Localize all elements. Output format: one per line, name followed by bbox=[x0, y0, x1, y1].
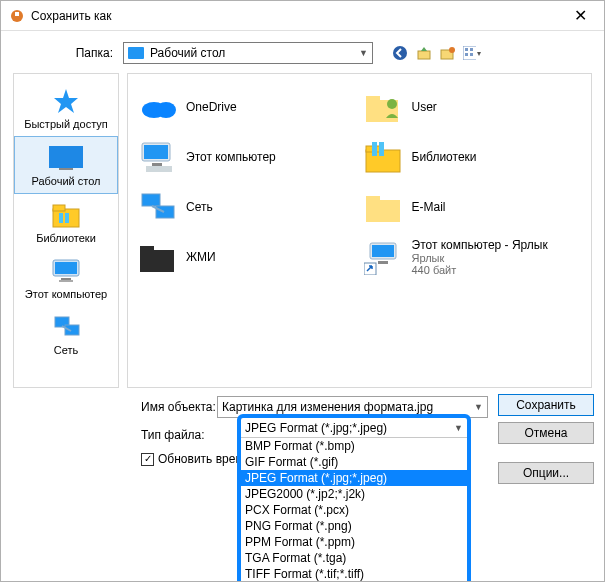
filetype-option[interactable]: TIFF Format (*.tif;*.tiff) bbox=[241, 566, 467, 582]
filetype-option[interactable]: TGA Format (*.tga) bbox=[241, 550, 467, 566]
place-libraries[interactable]: Библиотеки bbox=[14, 194, 118, 250]
item-shortcut[interactable]: Этот компьютер - Ярлык Ярлык 440 байт bbox=[360, 232, 586, 282]
cloud-icon bbox=[136, 85, 180, 129]
places-bar: Быстрый доступ Рабочий стол Библиотеки Э… bbox=[13, 73, 119, 388]
svg-rect-36 bbox=[372, 142, 377, 156]
svg-rect-19 bbox=[55, 262, 77, 274]
svg-rect-3 bbox=[418, 51, 430, 59]
item-zhmi[interactable]: ЖМИ bbox=[134, 232, 360, 282]
libraries-folder-icon bbox=[362, 135, 406, 179]
view-icon[interactable]: ▾ bbox=[463, 44, 481, 62]
svg-rect-37 bbox=[379, 142, 384, 156]
svg-point-2 bbox=[393, 46, 407, 60]
filetype-option[interactable]: PNG Format (*.png) bbox=[241, 518, 467, 534]
svg-rect-15 bbox=[53, 205, 65, 211]
filetype-label: Тип файла: bbox=[11, 428, 217, 442]
libraries-icon bbox=[16, 200, 116, 230]
chevron-down-icon: ▼ bbox=[454, 423, 463, 433]
desktop-icon bbox=[17, 143, 115, 173]
item-onedrive[interactable]: OneDrive bbox=[134, 82, 360, 132]
star-icon bbox=[16, 86, 116, 116]
svg-rect-8 bbox=[470, 48, 473, 51]
item-this-pc[interactable]: Этот компьютер bbox=[134, 132, 360, 182]
place-network[interactable]: Сеть bbox=[14, 306, 118, 362]
folder-combo[interactable]: Рабочий стол ▼ bbox=[123, 42, 373, 64]
svg-rect-7 bbox=[465, 48, 468, 51]
svg-rect-16 bbox=[59, 213, 63, 223]
svg-rect-38 bbox=[142, 194, 160, 206]
toolbar-icons: ▾ bbox=[391, 44, 481, 62]
filetype-dropdown[interactable]: JPEG Format (*.jpg;*.jpeg) ▼ BMP Format … bbox=[237, 414, 471, 582]
svg-rect-43 bbox=[140, 250, 174, 272]
place-quick-access[interactable]: Быстрый доступ bbox=[14, 80, 118, 136]
app-icon bbox=[9, 8, 25, 24]
svg-rect-6 bbox=[463, 46, 476, 60]
place-this-pc[interactable]: Этот компьютер bbox=[14, 250, 118, 306]
svg-rect-46 bbox=[372, 245, 394, 257]
svg-point-26 bbox=[156, 102, 176, 118]
svg-rect-10 bbox=[470, 53, 473, 56]
folder-icon bbox=[362, 185, 406, 229]
item-user[interactable]: User bbox=[360, 82, 586, 132]
svg-rect-39 bbox=[156, 206, 174, 218]
svg-rect-23 bbox=[65, 325, 79, 335]
cancel-button[interactable]: Отмена bbox=[498, 422, 594, 444]
svg-rect-42 bbox=[366, 196, 380, 202]
filetype-option[interactable]: JPEG Format (*.jpg;*.jpeg) bbox=[241, 470, 467, 486]
filetype-option[interactable]: JPEG2000 (*.jp2;*.j2k) bbox=[241, 486, 467, 502]
shortcut-icon bbox=[362, 235, 406, 279]
update-time-checkbox[interactable]: ✓ bbox=[141, 453, 154, 466]
svg-rect-1 bbox=[15, 12, 19, 16]
folder-row: Папка: Рабочий стол ▼ ▾ bbox=[1, 39, 604, 67]
pc-icon bbox=[136, 135, 180, 179]
item-network[interactable]: Сеть bbox=[134, 182, 360, 232]
file-area: OneDrive User Этот компьютер Библиотеки … bbox=[127, 73, 592, 388]
network-icon bbox=[136, 185, 180, 229]
window-title: Сохранить как bbox=[31, 9, 560, 23]
filename-label: Имя объекта: bbox=[11, 400, 217, 414]
svg-rect-33 bbox=[146, 166, 172, 172]
svg-rect-47 bbox=[378, 261, 388, 264]
filetype-option[interactable]: BMP Format (*.bmp) bbox=[241, 438, 467, 454]
network-icon bbox=[16, 312, 116, 342]
desktop-icon bbox=[128, 47, 144, 59]
up-icon[interactable] bbox=[415, 44, 433, 62]
item-libraries[interactable]: Библиотеки bbox=[360, 132, 586, 182]
svg-rect-31 bbox=[144, 145, 168, 159]
dark-folder-icon bbox=[136, 235, 180, 279]
svg-rect-13 bbox=[59, 168, 73, 170]
user-folder-icon bbox=[362, 85, 406, 129]
folder-label: Папка: bbox=[13, 46, 123, 60]
save-button[interactable]: Сохранить bbox=[498, 394, 594, 416]
item-email[interactable]: E-Mail bbox=[360, 182, 586, 232]
svg-point-5 bbox=[449, 47, 455, 53]
svg-rect-21 bbox=[59, 280, 73, 282]
filetype-option[interactable]: PPM Format (*.ppm) bbox=[241, 534, 467, 550]
back-icon[interactable] bbox=[391, 44, 409, 62]
svg-rect-20 bbox=[61, 278, 71, 280]
folder-value: Рабочий стол bbox=[150, 46, 359, 60]
svg-marker-11 bbox=[54, 89, 78, 113]
svg-rect-17 bbox=[65, 213, 69, 223]
svg-rect-9 bbox=[465, 53, 468, 56]
filetype-option[interactable]: PCX Format (*.pcx) bbox=[241, 502, 467, 518]
new-folder-icon[interactable] bbox=[439, 44, 457, 62]
titlebar: Сохранить как ✕ bbox=[1, 1, 604, 31]
svg-rect-32 bbox=[152, 163, 162, 166]
monitor-icon bbox=[16, 256, 116, 286]
chevron-down-icon: ▼ bbox=[359, 48, 368, 58]
svg-point-29 bbox=[387, 99, 397, 109]
options-button[interactable]: Опции... bbox=[498, 462, 594, 484]
svg-rect-44 bbox=[140, 246, 154, 252]
place-desktop[interactable]: Рабочий стол bbox=[14, 136, 118, 194]
filetype-option[interactable]: GIF Format (*.gif) bbox=[241, 454, 467, 470]
svg-rect-41 bbox=[366, 200, 400, 222]
svg-rect-12 bbox=[49, 146, 83, 168]
chevron-down-icon: ▼ bbox=[474, 402, 483, 412]
close-button[interactable]: ✕ bbox=[560, 2, 600, 30]
filetype-selected[interactable]: JPEG Format (*.jpg;*.jpeg) ▼ bbox=[241, 418, 467, 438]
svg-rect-28 bbox=[366, 96, 380, 102]
